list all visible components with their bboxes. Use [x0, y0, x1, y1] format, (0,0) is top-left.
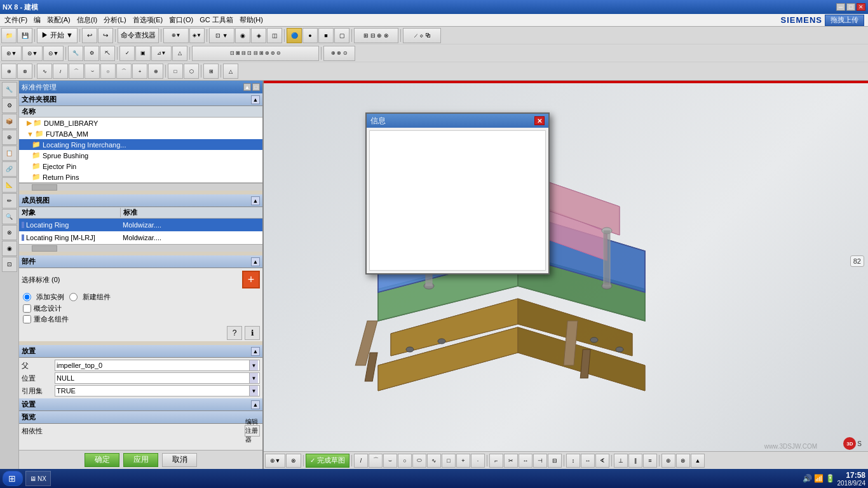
dtb-mirror[interactable]: ⊣ [533, 454, 547, 468]
father-dropdown[interactable]: impeller_top_0 ▼ [55, 360, 260, 371]
tb-icon3[interactable]: ◉ [235, 28, 250, 43]
close-btn[interactable]: ✕ [857, 3, 865, 11]
add-instance-radio[interactable] [23, 293, 31, 301]
cancel-button[interactable]: 取消 [162, 453, 197, 467]
tb3-11[interactable]: □ [168, 64, 183, 79]
rename-label[interactable]: 重命名组件 [34, 315, 69, 324]
info-btn[interactable]: ℹ [245, 326, 260, 340]
upload-btn[interactable]: 拖拽上传 [825, 15, 864, 26]
rename-checkbox[interactable] [23, 315, 31, 323]
tb3-2[interactable]: ⊗ [17, 64, 32, 79]
file-tree-hscroll[interactable] [19, 183, 262, 191]
tb2-7[interactable]: ✓ [119, 46, 135, 61]
comp-icon-6[interactable]: 🔗 [2, 161, 17, 177]
tb-icon6[interactable]: 🔵 [287, 28, 302, 43]
dtb-constraint3[interactable]: ≡ [643, 454, 657, 468]
tb2-3[interactable]: ⊝▼ [43, 46, 64, 61]
tb2-1[interactable]: ⊛▼ [1, 46, 22, 61]
tree-item-dumb[interactable]: ▶ 📁 DUMB_LIBRARY [19, 118, 262, 128]
dtb-more2[interactable]: ⊗ [676, 454, 690, 468]
add-instance-label[interactable]: 添加实例 [36, 292, 64, 302]
tb-select-all[interactable]: ⊡ ▼ [209, 28, 234, 43]
concept-label[interactable]: 概念设计 [34, 304, 62, 313]
help-btn[interactable]: ? [227, 326, 242, 340]
new-component-label[interactable]: 新建组件 [83, 292, 111, 302]
tb-start-btn[interactable]: ▶ 开始 ▼ [37, 28, 78, 43]
tb-undo-btn[interactable]: ↩ [82, 28, 97, 43]
dtb-dim2[interactable]: ↔ [581, 454, 595, 468]
tb2-2[interactable]: ⊜▼ [22, 46, 43, 61]
member-row-2[interactable]: Locating Ring [M-LRJ] Moldwizar.... [19, 231, 262, 244]
comp-icon-8[interactable]: ✏ [2, 193, 17, 208]
dtb-curve[interactable]: ⌒ [369, 454, 383, 468]
confirm-button[interactable]: 确定 [85, 453, 119, 467]
taskbar-nx-btn[interactable]: 🖥 NX [25, 471, 51, 486]
comp-icon-10[interactable]: ⊗ [2, 225, 17, 240]
dtb-dim1[interactable]: ↕ [566, 454, 580, 468]
tb-icons2[interactable]: ⟋ ⊘ ⧉ [403, 28, 441, 43]
dtb-1[interactable]: ⊕▼ [265, 454, 285, 468]
father-dropdown-btn[interactable]: ▼ [249, 360, 258, 370]
tb-save-btn[interactable]: 💾 [17, 28, 32, 43]
concept-checkbox[interactable] [23, 304, 31, 313]
tb-icon5[interactable]: ◫ [267, 28, 282, 43]
dtb-2[interactable]: ⊗ [286, 454, 301, 468]
tb-icon4[interactable]: ◈ [251, 28, 266, 43]
comp-icon-9[interactable]: 🔍 [2, 209, 17, 224]
dtb-rect[interactable]: □ [442, 454, 456, 468]
std-mgr-scroll-up[interactable]: ▲ [243, 83, 251, 91]
dtb-line[interactable]: / [354, 454, 368, 468]
tb3-end[interactable]: △ [223, 64, 238, 79]
settings-header[interactable]: 放置 ▲ [19, 345, 262, 358]
apply-button[interactable]: 应用 [123, 453, 158, 467]
members-resize-icon[interactable]: ▲ [251, 196, 260, 205]
position-dropdown[interactable]: NULL ▼ [55, 372, 260, 384]
menu-gc[interactable]: GC 工具箱 [196, 15, 236, 25]
dtb-more1[interactable]: ⊕ [661, 454, 675, 468]
tb2-4[interactable]: 🔧 [68, 46, 83, 61]
tb3-7[interactable]: ○ [100, 64, 116, 79]
tb2-6[interactable]: ⛏ [100, 46, 115, 61]
menu-file[interactable]: 文件(F) [1, 15, 31, 25]
tb3-5[interactable]: ⌒ [69, 64, 84, 79]
tb-open-btn[interactable]: 📁 [1, 28, 17, 43]
tree-item-return[interactable]: 📁 Return Pins [19, 172, 262, 182]
members-header[interactable]: 成员视图 ▲ [19, 194, 262, 207]
tb3-more[interactable]: ⊞ [203, 64, 219, 79]
add-instance-btn[interactable]: + [242, 271, 260, 288]
members-hscroll[interactable] [19, 244, 262, 252]
dtb-extend[interactable]: ↔ [519, 454, 532, 468]
tb3-1[interactable]: ⊕ [1, 64, 17, 79]
tb-icon7[interactable]: ● [302, 28, 318, 43]
dtb-spline[interactable]: ∿ [427, 454, 441, 468]
minimize-btn[interactable]: ─ [836, 3, 845, 11]
tree-item-futaba[interactable]: ▼ 📁 FUTABA_MM [19, 128, 262, 139]
tb-query-btn[interactable]: 命令查找器 [118, 28, 159, 43]
dtb-plus[interactable]: + [456, 454, 470, 468]
menu-help[interactable]: 帮助(H) [236, 15, 266, 25]
comp-icon-11[interactable]: ◉ [2, 241, 17, 256]
menu-info[interactable]: 信息(I) [74, 15, 100, 25]
parts-header[interactable]: 部件 ▲ [19, 255, 262, 268]
parts-resize-icon[interactable]: ▲ [251, 257, 260, 266]
preview-header[interactable]: 预览 [19, 411, 262, 424]
tree-item-locating-ring[interactable]: 📁 Locating Ring Interchang... [19, 139, 262, 150]
tb3-10[interactable]: ⊕ [148, 64, 163, 79]
position-dropdown-btn[interactable]: ▼ [249, 373, 258, 383]
tb-more-icons[interactable]: ⊞ ⊟ ⊕ ⊗ [354, 28, 398, 43]
menu-edit[interactable]: 编 [31, 15, 44, 25]
comp-icon-7[interactable]: 📐 [2, 177, 17, 193]
tree-item-sprue[interactable]: 📁 Sprue Bushing [19, 150, 262, 161]
tb2-5[interactable]: ⚙ [84, 46, 99, 61]
dtb-point[interactable]: · [471, 454, 485, 468]
menu-window[interactable]: 窗口(O) [166, 15, 196, 25]
refset-dropdown-btn[interactable]: ▼ [249, 386, 258, 396]
tb-icon2[interactable]: ◈▼ [189, 28, 205, 43]
menu-assembly[interactable]: 装配(A) [44, 15, 74, 25]
tb2-many[interactable]: ⊡ ⊠ ⊟ ⊡ ⊟ ⊞ ⊛ ⊜ ⊝ [192, 46, 319, 61]
tb-icon1[interactable]: ⊕▼ [163, 28, 189, 43]
refset-dropdown[interactable]: TRUE ▼ [55, 385, 260, 396]
tb3-6[interactable]: ⌣ [85, 64, 100, 79]
tb-redo-btn[interactable]: ↪ [98, 28, 113, 43]
menu-prefs[interactable]: 首选项(E) [130, 15, 166, 25]
